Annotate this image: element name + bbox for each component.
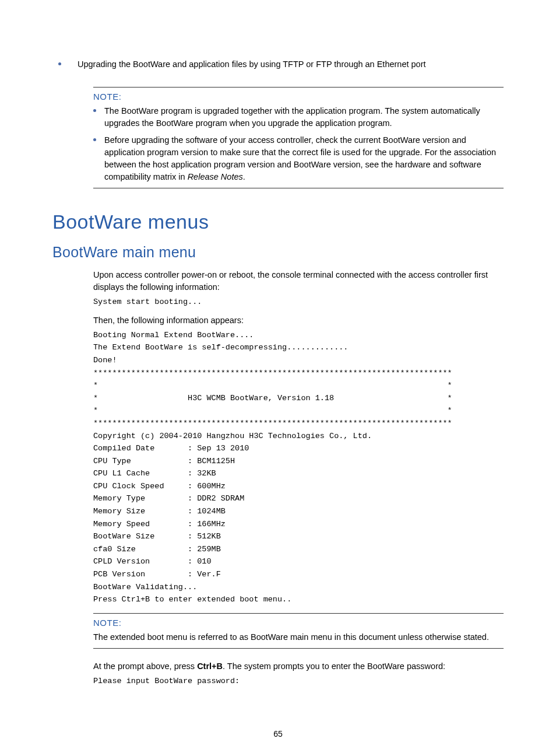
code-block-2: Booting Normal Extend BootWare.... The E… [93,329,504,606]
bullet-icon [58,62,61,65]
paragraph: At the prompt above, press Ctrl+B. The s… [93,660,504,673]
prompt-pre: At the prompt above, press [93,662,197,671]
release-notes-ref: Release Notes [188,172,243,181]
heading-bootware-menus: BootWare menus [52,211,504,233]
page-container: Upgrading the BootWare and application f… [0,0,556,756]
code-block-3: Please input BootWare password: [93,675,504,688]
note-item-text: The BootWare program is upgraded togethe… [104,105,504,130]
note-body: The extended boot menu is referred to as… [93,631,504,643]
note-list: The BootWare program is upgraded togethe… [93,105,504,183]
list-item: Upgrading the BootWare and application f… [58,58,504,71]
note-box-1: NOTE: The BootWare program is upgraded t… [93,87,504,188]
note-title: NOTE: [93,92,504,102]
prompt-post: . The system prompts you to enter the Bo… [223,662,445,671]
body-section-2: At the prompt above, press Ctrl+B. The s… [93,660,504,688]
bullet-icon [93,138,96,141]
body-section: Upon access controller power-on or reboo… [93,269,504,606]
key-combo: Ctrl+B [197,662,223,671]
list-item: The BootWare program is upgraded togethe… [93,105,504,130]
page-number: 65 [0,729,556,738]
period: . [243,172,245,181]
top-bullet-list: Upgrading the BootWare and application f… [58,58,504,71]
bullet-icon [93,109,96,112]
paragraph: Then, the following information appears: [93,314,504,327]
note-item-main: Before upgrading the software of your ac… [104,135,496,181]
paragraph: Upon access controller power-on or reboo… [93,269,504,293]
list-item: Before upgrading the software of your ac… [93,134,504,183]
code-block-1: System start booting... [93,296,504,309]
heading-bootware-main-menu: BootWare main menu [52,244,504,261]
note-box-2: NOTE: The extended boot menu is referred… [93,613,504,649]
note-title: NOTE: [93,618,504,628]
note-item-text: Before upgrading the software of your ac… [104,134,504,183]
bullet-text: Upgrading the BootWare and application f… [78,58,426,71]
